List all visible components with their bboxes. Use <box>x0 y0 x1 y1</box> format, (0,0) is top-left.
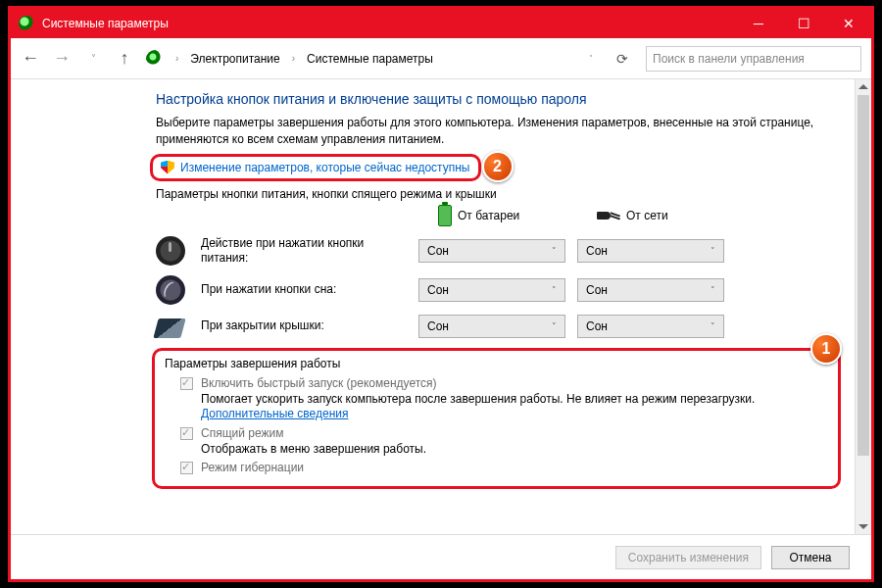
power-button-icon <box>156 236 185 266</box>
uac-link-text: Изменение параметров, которые сейчас нед… <box>180 161 470 174</box>
col-battery: От батареи <box>418 205 565 226</box>
path-icon <box>146 50 164 68</box>
breadcrumb-sep: › <box>292 53 295 64</box>
sleep-desc: Отображать в меню завершения работы. <box>201 442 828 458</box>
callout-1: 1 <box>810 333 842 365</box>
fast-startup-desc: Помогает ускорить запуск компьютера посл… <box>201 392 828 422</box>
buttons-section-title: Параметры кнопки питания, кнопки спящего… <box>156 187 837 201</box>
sleep-plugged-combo[interactable]: Сон˅ <box>577 278 724 302</box>
uac-link-row[interactable]: Изменение параметров, которые сейчас нед… <box>150 154 481 181</box>
window-title: Системные параметры <box>42 17 736 30</box>
breadcrumb-sep: › <box>175 53 178 64</box>
power-grid: От батареи От сети Действие при нажатии … <box>156 205 837 338</box>
save-button[interactable]: Сохранить изменения <box>615 546 761 569</box>
content-area: Настройка кнопок питания и включение защ… <box>11 79 855 534</box>
fast-startup-checkbox[interactable] <box>180 377 193 390</box>
row-lid-label: При закрытии крышки: <box>201 318 407 332</box>
scroll-thumb[interactable] <box>858 95 869 456</box>
hibernate-checkbox[interactable] <box>180 462 193 474</box>
battery-icon <box>438 205 452 226</box>
breadcrumb-system[interactable]: Системные параметры <box>307 52 433 66</box>
shutdown-title: Параметры завершения работы <box>165 357 828 370</box>
sleep-battery-combo[interactable]: Сон˅ <box>418 278 565 302</box>
fast-startup-label: Включить быстрый запуск (рекомендуется) <box>201 376 437 390</box>
scrollbar[interactable] <box>855 79 871 534</box>
close-button[interactable]: ✕ <box>826 9 871 38</box>
row-power-label: Действие при нажатии кнопки питания: <box>201 236 407 265</box>
col-plugged: От сети <box>577 209 724 222</box>
forward-button[interactable]: → <box>52 48 72 69</box>
shutdown-settings-group: 1 Параметры завершения работы Включить б… <box>152 348 841 490</box>
power-battery-combo[interactable]: Сон˅ <box>418 239 565 263</box>
power-plugged-combo[interactable]: Сон˅ <box>577 239 724 263</box>
cancel-button[interactable]: Отмена <box>771 546 850 569</box>
shield-icon <box>161 161 174 174</box>
path-dropdown[interactable]: ˅ <box>583 54 599 63</box>
sleep-checkbox[interactable] <box>180 427 193 440</box>
page-heading: Настройка кнопок питания и включение защ… <box>156 91 837 107</box>
up-button[interactable]: ↑ <box>115 48 134 69</box>
plug-icon <box>597 210 620 221</box>
breadcrumb-power[interactable]: Электропитание <box>190 52 279 66</box>
lid-icon <box>153 318 185 338</box>
minimize-button[interactable]: ─ <box>736 9 781 38</box>
callout-2: 2 <box>482 151 514 182</box>
hibernate-label: Режим гибернации <box>201 461 304 474</box>
window-frame: Системные параметры ─ ☐ ✕ ← → ˅ ↑ › Элек… <box>8 6 874 582</box>
more-info-link[interactable]: Дополнительные сведения <box>201 407 348 420</box>
maximize-button[interactable]: ☐ <box>781 9 826 38</box>
lid-plugged-combo[interactable]: Сон˅ <box>577 315 724 338</box>
footer: Сохранить изменения Отмена <box>11 534 871 579</box>
lid-battery-combo[interactable]: Сон˅ <box>418 315 565 338</box>
titlebar: Системные параметры ─ ☐ ✕ <box>11 9 871 38</box>
row-sleep-label: При нажатии кнопки сна: <box>201 282 407 296</box>
sleep-label: Спящий режим <box>201 426 283 440</box>
navigation-bar: ← → ˅ ↑ › Электропитание › Системные пар… <box>11 38 871 79</box>
back-button[interactable]: ← <box>21 48 40 69</box>
sleep-button-icon <box>156 275 185 305</box>
app-icon <box>19 16 34 31</box>
recent-button[interactable]: ˅ <box>83 53 103 64</box>
search-placeholder: Поиск в панели управления <box>653 52 805 66</box>
search-input[interactable]: Поиск в панели управления <box>646 46 861 72</box>
refresh-button[interactable]: ⟳ <box>611 51 634 67</box>
page-subtext: Выберите параметры завершения работы для… <box>156 115 837 148</box>
